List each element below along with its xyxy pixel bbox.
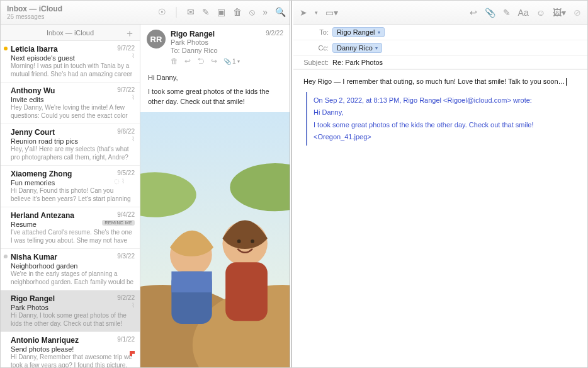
message-subject: Neighborhood garden xyxy=(11,262,135,270)
message-date: 9/4/22 xyxy=(117,211,135,218)
compose-toolbar: ➤ ▾ ▭▾ ↩︎ 📎 ✎ Aa ☺ 🖼▾ ⊘ xyxy=(293,1,587,25)
search-icon[interactable]: 🔍 xyxy=(275,7,286,18)
photo-icon[interactable]: 🖼▾ xyxy=(553,8,566,18)
paperclip-icon: 📎 xyxy=(223,58,231,65)
message-row[interactable]: ⌇ Anthony Wu 9/7/22 Invite edits Hey Dan… xyxy=(1,83,140,124)
to-token[interactable]: Rigo Rangel ▾ xyxy=(332,27,385,37)
preview-actions: 🗑 ↩︎ ⮌ ↪︎ 📎 1 ▾ xyxy=(171,57,283,66)
subject-label: Subject: xyxy=(301,59,332,66)
thread-chevron-icon[interactable]: › xyxy=(3,254,5,260)
quote-header: On Sep 2, 2022, at 8:13 PM, Rigo Rangel … xyxy=(314,95,577,106)
cc-token[interactable]: Danny Rico ▾ xyxy=(332,43,382,53)
message-preview-text: Hi Danny, Found this photo! Can you beli… xyxy=(11,187,135,203)
new-mail-icon[interactable]: ✉︎ xyxy=(187,7,195,18)
attach-icon[interactable]: 📎 xyxy=(485,8,495,18)
cc-token-name: Danny Rico xyxy=(337,44,373,52)
message-from: Herland Antezana xyxy=(11,211,135,220)
link-icon[interactable]: ⊘ xyxy=(574,8,581,18)
message-subject: Send photos please! xyxy=(11,345,135,353)
compose-window: ➤ ▾ ▭▾ ↩︎ 📎 ✎ Aa ☺ 🖼▾ ⊘ To: Rigo Rangel … xyxy=(293,1,587,367)
message-list-header: Inbox — iCloud ＋ xyxy=(1,25,140,41)
message-subject: Reunion road trip pics xyxy=(11,137,135,145)
format-icon[interactable]: Aa xyxy=(518,8,529,18)
forward-icon[interactable]: ↪︎ xyxy=(211,57,217,66)
message-subject: Next episode's guest xyxy=(11,54,135,62)
quote-line: I took some great photos of the kids the… xyxy=(314,120,577,130)
subject-field[interactable]: Subject: Re: Park Photos xyxy=(293,56,587,69)
delete-icon[interactable]: 🗑 xyxy=(233,7,242,18)
chevron-down-icon[interactable]: ▾ xyxy=(375,45,378,51)
message-row[interactable]: ⌇ Leticia Ibarra 9/7/22 Next episode's g… xyxy=(1,41,140,83)
junk-icon[interactable]: ⦸ xyxy=(249,7,255,18)
message-list[interactable]: Inbox — iCloud ＋ ⌇ Leticia Ibarra 9/7/22… xyxy=(1,25,140,367)
to-token-name: Rigo Rangel xyxy=(337,28,375,36)
message-preview-text: Hi Danny, I took some great photos of th… xyxy=(11,312,135,328)
to-field[interactable]: To: Rigo Rangel ▾ xyxy=(293,25,587,40)
window-splitter[interactable] xyxy=(290,1,293,367)
message-preview-text: Hi Danny, Remember that awesome trip we … xyxy=(11,354,135,367)
preview-date: 9/2/22 xyxy=(266,30,283,37)
message-mini-icons: ◌⌇ xyxy=(114,219,125,226)
reply-icon[interactable]: ↩︎ xyxy=(184,57,191,66)
mailbox-subtitle: 26 messages xyxy=(7,13,62,20)
message-preview-text: Hey Danny, We're loving the invite! A fe… xyxy=(11,104,135,120)
reply-icon[interactable]: ↩︎ xyxy=(470,8,477,18)
toolbar-divider: │ xyxy=(174,7,179,18)
send-later-icon[interactable]: ▾ xyxy=(315,9,318,16)
mailbox-title: Inbox — iCloud xyxy=(7,4,62,13)
paperclip-icon: ⌇ xyxy=(132,135,135,142)
message-row[interactable]: ⌇ Rigo Rangel 9/2/22 Park Photos Hi Dann… xyxy=(1,290,140,332)
message-date: 9/7/22 xyxy=(117,86,135,93)
compose-typed-span: Hey Rigo — I remember that outing, so mu… xyxy=(303,78,565,85)
message-preview-text: I've attached Carol's resume. She's the … xyxy=(11,229,135,244)
message-row[interactable]: › Nisha Kumar 9/3/22 Neighborhood garden… xyxy=(1,249,140,290)
cc-field[interactable]: Cc: Danny Rico ▾ xyxy=(293,40,587,56)
quote-attachment: <Oregon_41.jpeg> xyxy=(314,132,577,142)
message-mini-icons: ◌⌇ xyxy=(114,178,125,185)
emoji-icon[interactable]: ☺ xyxy=(536,8,545,18)
compose-quote-block: On Sep 2, 2022, at 8:13 PM, Rigo Rangel … xyxy=(306,92,577,146)
compose-body[interactable]: Hey Rigo — I remember that outing, so mu… xyxy=(293,70,587,152)
attachment-count: 1 xyxy=(232,58,236,65)
paperclip-icon: ⌇ xyxy=(132,94,135,101)
header-fields-icon[interactable]: ▭▾ xyxy=(325,8,338,18)
subject-value[interactable]: Re: Park Photos xyxy=(332,59,580,66)
message-date: 9/5/22 xyxy=(117,170,135,176)
message-preview: RR 9/2/22 Rigo Rangel Park Photos To: Da… xyxy=(140,25,290,367)
attachment-indicator[interactable]: 📎 1 ▾ xyxy=(223,58,240,65)
preview-body-text: I took some great photos of the kids the… xyxy=(148,87,282,107)
svg-rect-11 xyxy=(225,262,268,321)
message-date: 9/2/22 xyxy=(117,294,135,301)
status-dot xyxy=(4,47,8,50)
message-date: 9/1/22 xyxy=(117,336,135,343)
compose-typed-text[interactable]: Hey Rigo — I remember that outing, so mu… xyxy=(303,76,577,87)
chevron-down-icon: ▾ xyxy=(237,59,240,64)
preview-attachment-image[interactable] xyxy=(140,112,290,367)
preview-to-name: Danny Rico xyxy=(182,47,218,54)
send-icon[interactable]: ➤ xyxy=(300,8,307,18)
archive-icon[interactable]: ▣ xyxy=(217,7,225,18)
message-from: Antonio Manriquez xyxy=(11,336,135,345)
message-subject: Park Photos xyxy=(11,304,135,311)
preview-body: Hi Danny, I took some great photos of th… xyxy=(140,68,290,112)
message-row[interactable]: Antonio Manriquez 9/1/22 Send photos ple… xyxy=(1,332,140,367)
mail-window: Inbox — iCloud 26 messages ☉ │ ✉︎ ✎ ▣ 🗑 … xyxy=(1,1,290,367)
add-mailbox-icon[interactable]: ＋ xyxy=(125,27,135,40)
reply-all-icon[interactable]: ⮌ xyxy=(197,57,205,66)
trash-icon[interactable]: 🗑 xyxy=(171,57,178,66)
mail-toolbar: Inbox — iCloud 26 messages ☉ │ ✉︎ ✎ ▣ 🗑 … xyxy=(1,1,290,25)
filter-icon[interactable]: ☉ xyxy=(158,7,166,18)
text-cursor xyxy=(566,78,567,86)
message-date: 9/6/22 xyxy=(117,128,135,135)
message-row[interactable]: ⌇ Jenny Court 9/6/22 Reunion road trip p… xyxy=(1,124,140,166)
avatar: RR xyxy=(147,30,166,49)
compose-fields: To: Rigo Rangel ▾ Cc: Danny Rico ▾ Subje… xyxy=(293,25,587,70)
compose-icon[interactable]: ✎ xyxy=(202,7,210,18)
chevron-down-icon[interactable]: ▾ xyxy=(378,30,380,35)
preview-to-label: To: xyxy=(171,47,180,54)
insert-icon[interactable]: ✎ xyxy=(503,8,511,18)
message-row[interactable]: REMIND ME◌⌇ Herland Antezana 9/4/22 Resu… xyxy=(1,207,140,249)
more-icon[interactable]: » xyxy=(263,7,268,18)
preview-header: RR 9/2/22 Rigo Rangel Park Photos To: Da… xyxy=(140,25,290,68)
message-row[interactable]: ◌⌇ Xiaomeng Zhong 9/5/22 Fun memories Hi… xyxy=(1,166,140,207)
